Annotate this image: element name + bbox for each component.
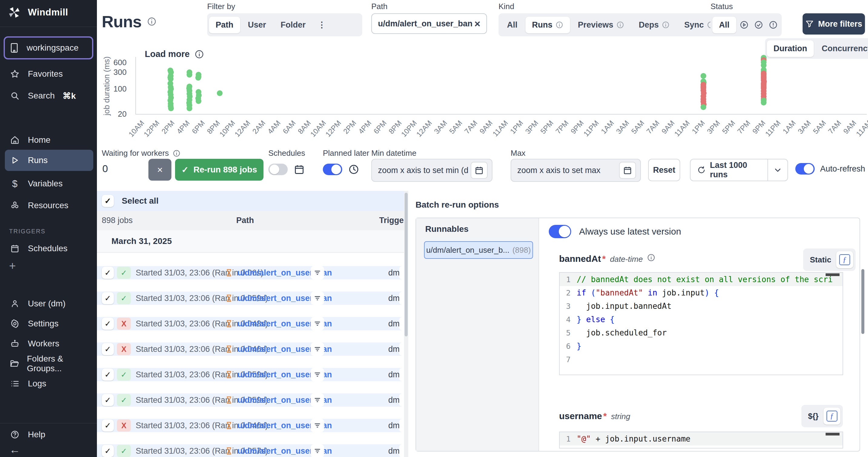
status-failure-icon[interactable]: [767, 18, 780, 31]
success-point[interactable]: [761, 100, 767, 106]
code-line[interactable]: 7: [560, 353, 842, 366]
success-point[interactable]: [701, 104, 706, 110]
code-line[interactable]: 1"@" + job.input.username: [560, 432, 842, 446]
success-point[interactable]: [187, 106, 192, 111]
filter-by-path-button[interactable]: [311, 444, 324, 457]
cancel-selection-button[interactable]: ×: [148, 159, 172, 181]
mode-javascript-button[interactable]: ƒ: [824, 408, 840, 425]
mode-template-button[interactable]: ${}: [804, 411, 818, 421]
code-line[interactable]: 4} else {: [560, 313, 842, 326]
runs-range-dropdown[interactable]: Last 1000 runs: [690, 159, 788, 181]
app-logo[interactable]: Windmill: [7, 5, 68, 20]
row-checkbox[interactable]: ✓: [102, 445, 114, 457]
code-line[interactable]: 6}: [560, 339, 842, 353]
sidebar-item-logs[interactable]: Logs: [5, 375, 93, 393]
sidebar-item-settings[interactable]: Settings: [5, 315, 93, 333]
mode-javascript-button[interactable]: ƒ: [836, 251, 853, 268]
filter-by-path-button[interactable]: [311, 266, 324, 279]
bannedat-code-editor[interactable]: 1// bannedAt does not exist on all versi…: [559, 272, 843, 375]
success-point[interactable]: [187, 72, 192, 78]
filter-by-path-button[interactable]: [311, 291, 324, 305]
sidebar-item-search[interactable]: Search ⌘k: [5, 87, 93, 105]
table-row[interactable]: ✓✓Started 31/03, 23:06 (Ran in 0.06s)u/d…: [97, 266, 408, 279]
select-all-checkbox[interactable]: ✓: [102, 195, 114, 207]
sidebar-item-folders[interactable]: Folders & Groups...: [5, 354, 93, 373]
username-code-editor[interactable]: 1"@" + job.input.username: [559, 432, 843, 449]
sidebar-item-user[interactable]: User (dm): [5, 294, 93, 313]
table-row[interactable]: ✓XStarted 31/03, 23:06 (Ran in 0.048s)u/…: [97, 317, 408, 330]
filter-option-path[interactable]: Path: [209, 17, 240, 33]
code-line[interactable]: 5 job.scheduled_for: [560, 326, 842, 339]
filter-by-path-button[interactable]: [311, 317, 324, 330]
kind-option-deps[interactable]: Deps: [632, 17, 676, 33]
path-filter-input[interactable]: u/dm/alert_on_user_ban ×: [371, 13, 487, 34]
sidebar-item-resources[interactable]: Resources: [5, 196, 93, 215]
table-row[interactable]: ✓✓Started 31/03, 23:06 (Ran in 0.057s)u/…: [97, 444, 408, 457]
success-point[interactable]: [168, 106, 174, 111]
row-checkbox[interactable]: ✓: [102, 343, 114, 355]
row-checkbox[interactable]: ✓: [102, 420, 114, 432]
status-option-all[interactable]: All: [712, 17, 736, 33]
select-all-row[interactable]: ✓ Select all: [97, 191, 408, 211]
calendar-icon[interactable]: [619, 162, 636, 179]
table-row[interactable]: ✓✓Started 31/03, 23:06 (Ran in 0.059s)u/…: [97, 393, 408, 407]
planned-later-toggle[interactable]: [323, 164, 342, 175]
editor-minimap-slider[interactable]: [826, 273, 840, 276]
runnable-item[interactable]: u/dm/alert_on_user_b... (898): [424, 241, 533, 259]
chevron-down-icon[interactable]: [768, 166, 787, 174]
panel-scrollbar-thumb[interactable]: [861, 269, 864, 334]
sidebar-item-variables[interactable]: $ Variables: [5, 175, 93, 193]
add-trigger-button[interactable]: +: [9, 259, 16, 273]
calendar-icon[interactable]: [471, 162, 488, 179]
code-line[interactable]: 3 job.input.bannedAt: [560, 299, 842, 313]
latest-version-toggle[interactable]: [549, 225, 571, 238]
code-line[interactable]: 2if ("bannedAt" in job.input) {: [560, 286, 842, 299]
status-success-icon[interactable]: [752, 18, 765, 31]
row-checkbox[interactable]: ✓: [102, 267, 114, 279]
filter-by-path-button[interactable]: [311, 368, 324, 381]
sidebar-item-runs[interactable]: Runs: [5, 150, 93, 171]
table-scrollbar-thumb[interactable]: [405, 193, 408, 336]
success-point[interactable]: [701, 73, 706, 79]
clear-path-icon[interactable]: ×: [474, 19, 480, 29]
filter-by-path-button[interactable]: [311, 393, 324, 407]
rerun-jobs-button[interactable]: ✓ Re-run 898 jobs: [175, 159, 264, 181]
schedules-toggle[interactable]: [268, 164, 288, 175]
sidebar-item-favorites[interactable]: Favorites: [5, 65, 93, 83]
auto-refresh-toggle[interactable]: [795, 163, 815, 175]
row-checkbox[interactable]: ✓: [102, 292, 114, 304]
row-checkbox[interactable]: ✓: [102, 394, 114, 406]
kind-option-previews[interactable]: Previews: [571, 17, 631, 33]
tab-concurrency[interactable]: Concurrency: [815, 40, 868, 57]
code-line[interactable]: 1// bannedAt does not exist on all versi…: [560, 273, 842, 286]
filter-by-path-button[interactable]: [311, 342, 324, 356]
filter-option-user[interactable]: User: [241, 17, 273, 33]
min-datetime-input[interactable]: zoom x axis to set min (dr: [371, 159, 492, 182]
status-running-icon[interactable]: [738, 18, 751, 31]
table-row[interactable]: ✓XStarted 31/03, 23:06 (Ran in 0.046s)u/…: [97, 419, 408, 432]
kind-option-runs[interactable]: Runs: [525, 17, 570, 33]
filter-option-folder[interactable]: Folder: [274, 17, 313, 33]
success-point[interactable]: [196, 98, 202, 104]
success-point[interactable]: [195, 75, 201, 81]
info-icon[interactable]: [147, 17, 157, 26]
success-point[interactable]: [217, 90, 223, 96]
max-datetime-input[interactable]: zoom x axis to set max: [510, 159, 641, 182]
table-row[interactable]: ✓✓Started 31/03, 23:06 (Ran in 0.059s)u/…: [97, 368, 408, 381]
mode-static-button[interactable]: Static: [806, 255, 831, 264]
kind-option-all[interactable]: All: [500, 17, 524, 33]
tab-duration[interactable]: Duration: [767, 40, 814, 57]
workspace-switcher[interactable]: workingspace: [4, 36, 93, 59]
sidebar-item-home[interactable]: Home: [5, 131, 93, 149]
load-more-button[interactable]: Load more: [145, 49, 204, 59]
sidebar-item-schedules[interactable]: Schedules: [5, 239, 93, 258]
sidebar-item-workers[interactable]: Workers: [5, 335, 93, 353]
row-checkbox[interactable]: ✓: [102, 318, 114, 330]
filter-more-options-button[interactable]: ⋮: [313, 17, 330, 33]
info-icon[interactable]: [647, 253, 655, 262]
editor-minimap-slider[interactable]: [826, 433, 840, 435]
filter-by-path-button[interactable]: [311, 419, 324, 432]
table-row[interactable]: ✓XStarted 31/03, 23:06 (Ran in 0.046s)u/…: [97, 342, 408, 356]
collapse-sidebar-button[interactable]: ←: [5, 440, 93, 457]
row-checkbox[interactable]: ✓: [102, 369, 114, 381]
